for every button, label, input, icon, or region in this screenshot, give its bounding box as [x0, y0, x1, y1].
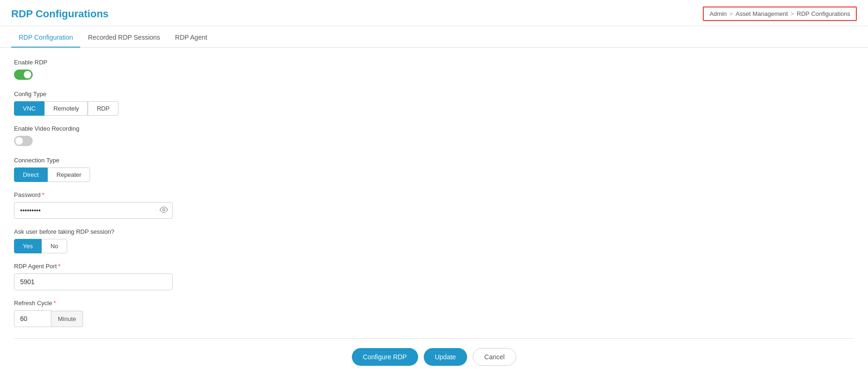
refresh-group: Minute	[14, 310, 854, 327]
toggle-slider-rdp	[14, 70, 33, 80]
page-header: RDP Configurations Admin > Asset Managem…	[0, 0, 868, 26]
tab-rdp-agent[interactable]: RDP Agent	[168, 28, 215, 48]
refresh-required: *	[54, 300, 56, 307]
config-type-group: Config Type VNC Remotely RDP	[14, 91, 854, 116]
rdp-port-required: *	[58, 263, 61, 270]
password-wrapper	[14, 202, 173, 219]
connection-type-btn-group: Direct Repeater	[14, 168, 854, 182]
password-required: *	[42, 191, 44, 198]
connection-type-label: Connection Type	[14, 157, 854, 164]
connection-type-group: Connection Type Direct Repeater	[14, 157, 854, 182]
refresh-cycle-label: Refresh Cycle*	[14, 300, 854, 307]
enable-video-label: Enable Video Recording	[14, 125, 854, 132]
breadcrumb-sep-1: >	[729, 11, 733, 17]
enable-rdp-group: Enable RDP	[14, 59, 854, 81]
refresh-cycle-group: Refresh Cycle* Minute	[14, 300, 854, 327]
breadcrumb-asset-management[interactable]: Asset Management	[735, 10, 788, 17]
cancel-button[interactable]: Cancel	[473, 348, 517, 366]
config-type-vnc[interactable]: VNC	[14, 101, 44, 116]
eye-icon[interactable]	[160, 206, 168, 216]
rdp-agent-port-input[interactable]	[14, 273, 173, 290]
ask-user-btn-group: Yes No	[14, 239, 854, 253]
password-group: Password*	[14, 191, 854, 219]
breadcrumb: Admin > Asset Management > RDP Configura…	[703, 7, 857, 21]
bottom-divider	[14, 338, 854, 339]
tab-recorded-rdp-sessions[interactable]: Recorded RDP Sessions	[80, 28, 168, 48]
tabs-bar: RDP Configuration Recorded RDP Sessions …	[0, 28, 868, 48]
enable-video-toggle[interactable]	[14, 136, 33, 146]
toggle-slider-video	[14, 136, 33, 146]
enable-rdp-label: Enable RDP	[14, 59, 854, 66]
configure-rdp-button[interactable]: Configure RDP	[352, 348, 418, 366]
ask-user-yes[interactable]: Yes	[14, 239, 42, 253]
config-type-btn-group: VNC Remotely RDP	[14, 101, 854, 116]
password-input[interactable]	[14, 202, 173, 219]
config-type-rdp[interactable]: RDP	[88, 101, 118, 116]
enable-video-group: Enable Video Recording	[14, 125, 854, 147]
action-buttons: Configure RDP Update Cancel	[14, 348, 854, 375]
config-type-label: Config Type	[14, 91, 854, 98]
main-content: Enable RDP Config Type VNC Remotely RDP …	[0, 48, 868, 386]
breadcrumb-sep-2: >	[791, 11, 794, 17]
refresh-cycle-unit: Minute	[51, 311, 83, 327]
connection-type-direct[interactable]: Direct	[14, 168, 48, 182]
refresh-cycle-input[interactable]	[14, 310, 51, 327]
breadcrumb-rdp-configurations[interactable]: RDP Configurations	[797, 10, 850, 17]
page-title: RDP Configurations	[11, 8, 109, 20]
svg-point-0	[163, 209, 165, 211]
update-button[interactable]: Update	[424, 348, 467, 366]
ask-user-label: Ask user before taking RDP session?	[14, 228, 854, 235]
config-type-remotely[interactable]: Remotely	[44, 101, 88, 116]
breadcrumb-admin[interactable]: Admin	[709, 10, 727, 17]
password-label: Password*	[14, 191, 854, 198]
rdp-agent-port-group: RDP Agent Port*	[14, 263, 854, 290]
rdp-agent-port-label: RDP Agent Port*	[14, 263, 854, 270]
ask-user-no[interactable]: No	[42, 239, 67, 253]
enable-rdp-toggle[interactable]	[14, 70, 33, 80]
connection-type-repeater[interactable]: Repeater	[48, 168, 90, 182]
ask-user-group: Ask user before taking RDP session? Yes …	[14, 228, 854, 253]
tab-rdp-configuration[interactable]: RDP Configuration	[11, 28, 80, 48]
